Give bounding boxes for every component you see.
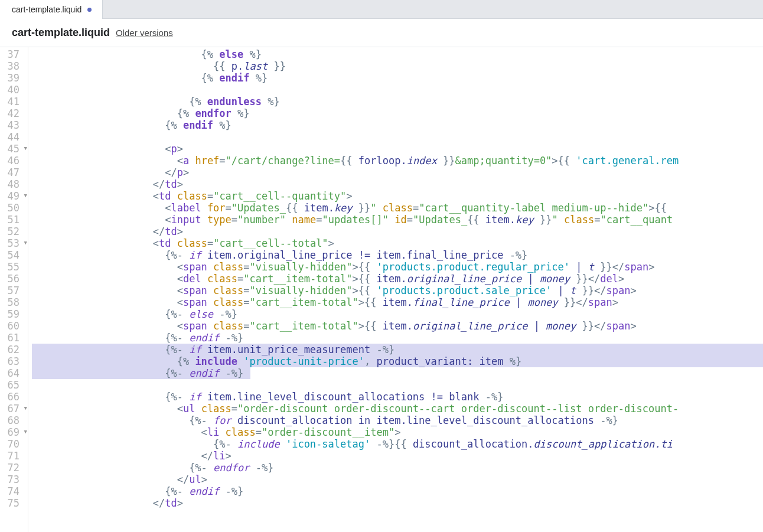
- line-number: 57: [0, 285, 28, 296]
- line-number: 53▼: [0, 237, 28, 249]
- line-number: 58: [0, 296, 28, 308]
- code-line[interactable]: {% endif %}: [32, 72, 763, 84]
- code-line[interactable]: [32, 379, 763, 391]
- code-line[interactable]: {% include 'product-unit-price', product…: [32, 355, 763, 367]
- line-number: 44: [0, 131, 28, 143]
- code-line[interactable]: <ul class="order-discount order-discount…: [32, 403, 763, 414]
- line-number: 50: [0, 202, 28, 214]
- code-area[interactable]: {% else %} {{ p.last }} {% endif %} {% e…: [28, 47, 763, 532]
- code-line[interactable]: <p>: [32, 143, 763, 155]
- fold-icon[interactable]: ▼: [24, 429, 27, 435]
- code-line[interactable]: {% endif %}: [32, 119, 763, 131]
- line-number: 69▼: [0, 426, 28, 438]
- line-number: 47: [0, 167, 28, 178]
- code-line[interactable]: </p>: [32, 167, 763, 178]
- line-number: 59: [0, 308, 28, 320]
- code-line[interactable]: {%- endif -%}: [32, 485, 763, 497]
- code-line[interactable]: <span class="visually-hidden">{{ 'produc…: [32, 285, 763, 296]
- code-line[interactable]: {% else %}: [32, 48, 763, 60]
- line-number: 48: [0, 178, 28, 190]
- code-line[interactable]: {% endunless %}: [32, 96, 763, 107]
- code-line[interactable]: {%- endif -%}: [32, 332, 763, 344]
- line-number: 51: [0, 214, 28, 226]
- line-number: 45▼: [0, 143, 28, 155]
- line-number: 74: [0, 485, 28, 497]
- code-line[interactable]: <del class="cart__item-total">{{ item.or…: [32, 273, 763, 285]
- line-number: 39: [0, 72, 28, 84]
- code-line[interactable]: <span class="visually-hidden">{{ 'produc…: [32, 261, 763, 273]
- code-line[interactable]: <span class="cart__item-total">{{ item.f…: [32, 296, 763, 308]
- line-number: 54: [0, 249, 28, 261]
- modified-dot-icon: [87, 8, 92, 12]
- line-number: 66: [0, 391, 28, 403]
- code-line[interactable]: {%- if item.line_level_discount_allocati…: [32, 391, 763, 403]
- line-number: 37: [0, 48, 28, 60]
- code-line[interactable]: {%- endfor -%}: [32, 462, 763, 474]
- line-number: 72: [0, 462, 28, 474]
- file-tab[interactable]: cart-template.liquid: [0, 0, 103, 19]
- line-number: 70: [0, 438, 28, 450]
- line-number: 40: [0, 84, 28, 96]
- code-line[interactable]: {% endfor %}: [32, 107, 763, 119]
- page-title: cart-template.liquid: [12, 27, 110, 39]
- line-number: 71: [0, 450, 28, 462]
- code-line[interactable]: <td class="cart__cell--total">: [32, 237, 763, 249]
- code-line[interactable]: [32, 131, 763, 143]
- code-line[interactable]: <td class="cart__cell--quantity">: [32, 190, 763, 202]
- code-line[interactable]: {%- if item.original_line_price != item.…: [32, 249, 763, 261]
- line-number: 60: [0, 320, 28, 332]
- fold-icon[interactable]: ▼: [24, 405, 27, 411]
- line-number: 67▼: [0, 403, 28, 414]
- line-number: 38: [0, 60, 28, 72]
- line-number: 63: [0, 355, 28, 367]
- code-line[interactable]: {%- if item.unit_price_measurement -%}: [32, 344, 763, 355]
- line-number: 42: [0, 107, 28, 119]
- fold-icon[interactable]: ▼: [24, 192, 27, 198]
- code-line[interactable]: {%- else -%}: [32, 308, 763, 320]
- line-number: 46: [0, 155, 28, 167]
- older-versions-link[interactable]: Older versions: [116, 28, 173, 38]
- code-line[interactable]: <input type="number" name="updates[]" id…: [32, 214, 763, 226]
- code-line[interactable]: </ul>: [32, 474, 763, 485]
- gutter: 373839404142434445▼46474849▼50515253▼545…: [0, 47, 28, 532]
- code-line[interactable]: {%- include 'icon-saletag' -%}{{ discoun…: [32, 438, 763, 450]
- title-bar: cart-template.liquid Older versions: [0, 19, 763, 47]
- line-number: 52: [0, 226, 28, 237]
- line-number: 75: [0, 497, 28, 509]
- line-number: 56: [0, 273, 28, 285]
- code-editor[interactable]: 373839404142434445▼46474849▼50515253▼545…: [0, 47, 763, 532]
- code-line[interactable]: {%- for discount_allocation in item.line…: [32, 414, 763, 426]
- code-line[interactable]: </td>: [32, 226, 763, 237]
- tab-label: cart-template.liquid: [12, 5, 81, 14]
- line-number: 68: [0, 414, 28, 426]
- line-number: 43: [0, 119, 28, 131]
- fold-icon[interactable]: ▼: [24, 145, 27, 151]
- tab-bar: cart-template.liquid: [0, 0, 763, 19]
- line-number: 49▼: [0, 190, 28, 202]
- line-number: 55: [0, 261, 28, 273]
- code-line[interactable]: <li class="order-discount__item">: [32, 426, 763, 438]
- code-line[interactable]: </td>: [32, 178, 763, 190]
- code-line[interactable]: <a href="/cart/change?line={{ forloop.in…: [32, 155, 763, 167]
- line-number: 61: [0, 332, 28, 344]
- code-line[interactable]: <span class="cart__item-total">{{ item.o…: [32, 320, 763, 332]
- fold-icon[interactable]: ▼: [24, 240, 27, 246]
- code-line[interactable]: [32, 84, 763, 96]
- line-number: 62: [0, 344, 28, 355]
- code-line[interactable]: {{ p.last }}: [32, 60, 763, 72]
- line-number: 65: [0, 379, 28, 391]
- code-line[interactable]: </td>: [32, 497, 763, 509]
- line-number: 64: [0, 367, 28, 379]
- code-line[interactable]: <label for="Updates_{{ item.key }}" clas…: [32, 202, 763, 214]
- line-number: 73: [0, 474, 28, 485]
- code-line[interactable]: {%- endif -%}: [32, 367, 763, 379]
- line-number: 41: [0, 96, 28, 107]
- code-line[interactable]: </li>: [32, 450, 763, 462]
